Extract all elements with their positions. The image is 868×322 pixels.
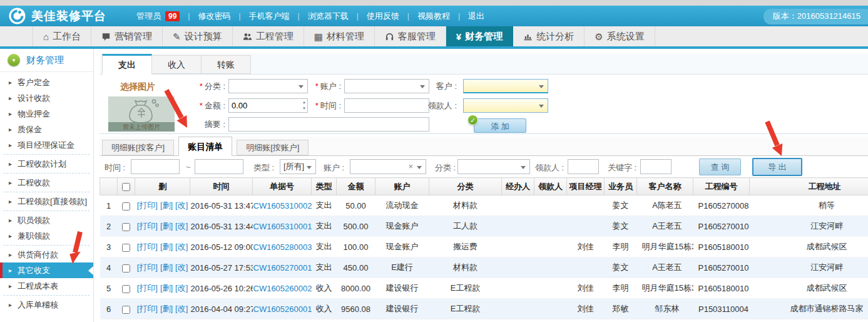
row-checkbox[interactable] [122,223,130,231]
category-filter-select[interactable] [457,159,530,174]
topbar-menu-item-3[interactable]: 浏览器下载 [308,11,349,22]
topbar-menu-item-5[interactable]: 视频教程 [417,11,450,22]
doc-number-link[interactable]: CW1605310002 [253,201,312,210]
cell-doc: CW1605280003 [253,237,312,257]
nav-tab-7[interactable]: 统计分析 [513,26,585,46]
doc-number-link[interactable]: CW1605270001 [253,263,312,273]
selected-marker [0,262,3,278]
edit-link[interactable]: [改] [175,242,188,251]
cell-salesman: 姜文 [605,195,637,216]
nav-tab-3[interactable]: 工程管理 [233,26,304,46]
delete-link[interactable]: [删] [160,304,173,313]
select-all-checkbox[interactable] [122,183,130,191]
sidebar-item-5[interactable]: 工程收款计划 [0,156,93,172]
topbar-menu-item-6[interactable]: 退出 [468,11,484,22]
doc-number-link[interactable]: CW1605310001 [253,222,312,231]
notification-badge: 99 [165,11,180,21]
edit-link[interactable]: [改] [175,304,188,313]
print-link[interactable]: [打印] [137,283,158,293]
payee-filter-input[interactable] [568,160,598,174]
entry-tab-1[interactable]: 收入 [151,55,202,74]
print-link[interactable]: [打印] [137,262,158,272]
topbar-menu-item-1[interactable]: 修改密码 [198,11,230,22]
ledger-subtab-2[interactable]: 明细账[按账户] [237,140,309,155]
delete-link[interactable]: [删] [160,221,173,231]
doc-number-link[interactable]: CW1605260002 [253,284,312,293]
sidebar-item-12[interactable]: 工程成本表 [0,278,93,294]
sidebar-item-10[interactable]: 供货商付款 [0,247,93,262]
add-button[interactable]: 添 加 [474,118,526,133]
sidebar-item-8[interactable]: 职员领款 [0,212,93,228]
menu-separator: | [357,12,359,21]
nav-tab-6[interactable]: ¥财务管理 [446,26,513,46]
type-select[interactable]: [所有] [280,159,316,174]
cell-category: 工人款 [429,216,502,237]
cell-row-number: 4 [100,257,118,278]
doc-number-link[interactable]: CW1605280003 [253,242,312,252]
edit-link[interactable]: [改] [175,283,188,293]
sidebar-item-3[interactable]: 质保金 [0,122,93,137]
date-to-input[interactable] [195,160,243,174]
row-checkbox[interactable] [122,285,130,293]
sidebar-item-1[interactable]: 设计收款 [0,90,93,106]
print-link[interactable]: [打印] [137,304,158,313]
topbar-menu-item-4[interactable]: 使用反馈 [367,11,399,22]
row-checkbox[interactable] [122,202,130,210]
nav-tab-label: 财务管理 [465,31,503,43]
payee-select[interactable] [463,98,548,113]
header-cell-11: 工程编号 [693,178,750,195]
row-checkbox[interactable] [122,244,130,252]
doc-number-link[interactable]: CW1605260001 [253,304,312,314]
delete-link[interactable]: [删] [160,262,173,272]
print-link[interactable]: [打印] [137,200,158,210]
edit-link[interactable]: [改] [175,262,188,272]
sidebar-item-9[interactable]: 兼职领款 [0,228,93,244]
print-link[interactable]: [打印] [137,242,158,251]
cell-project: P1503110004 [693,299,750,319]
nav-tab-5[interactable]: 客服管理 [375,26,446,46]
sidebar-item-11[interactable]: 其它收支 [0,262,93,278]
entry-tab-0[interactable]: 支出 [102,54,152,75]
choose-image-link[interactable]: 选择图片 [120,81,155,93]
nav-tab-2[interactable]: ✎设计预算 [163,26,233,46]
cell-manager [567,257,605,278]
cell-amount: 500.00 [337,216,375,237]
sidebar-header[interactable]: ▼ 财务管理 [0,49,93,72]
nav-tab-0[interactable]: ⌂工作台 [33,26,91,46]
cell-checkbox [118,299,135,319]
delete-link[interactable]: [删] [160,283,173,293]
row-checkbox[interactable] [122,264,130,273]
sidebar-item-13[interactable]: 入库单稽核 [0,297,93,313]
sidebar-item-7[interactable]: 工程领款[直接领款] [0,194,93,209]
cell-manager: 刘佳 [567,278,605,299]
delete-link[interactable]: [删] [160,200,173,210]
edit-link[interactable]: [改] [175,200,188,210]
nav-tab-8[interactable]: ⚙系统设置 [585,26,655,46]
ledger-subtab-0[interactable]: 明细账[按客户] [102,140,174,155]
query-button[interactable]: 查 询 [699,158,741,175]
nav-tab-4[interactable]: ▦材料管理 [304,26,375,46]
topbar-menu-item-0[interactable]: 管理员 [136,11,161,22]
date-from-input[interactable] [131,160,179,174]
summary-input[interactable] [229,118,429,131]
topbar-menu-item-2[interactable]: 手机客户端 [249,11,290,22]
cell-time: 2016-05-31 13:47 [190,195,253,216]
keyword-filter-input[interactable] [641,160,671,174]
nav-tab-1[interactable]: 营销管理 [91,26,163,46]
account-filter-select[interactable]: × [350,159,426,174]
export-button[interactable]: 导 出 [752,158,802,176]
edit-link[interactable]: [改] [175,221,188,231]
entry-tab-2[interactable]: 转账 [201,55,251,74]
delete-link[interactable]: [删] [160,242,173,251]
clear-icon[interactable]: × [408,162,413,171]
sidebar-item-6[interactable]: 工程收款 [0,175,93,190]
header-cell-index [100,178,118,195]
row-checkbox[interactable] [122,306,130,314]
sidebar-item-0[interactable]: 客户定金 [0,75,93,90]
cell-address: 稍等 [750,195,868,216]
print-link[interactable]: [打印] [137,221,158,231]
ledger-subtab-1[interactable]: 账目清单 [178,137,232,156]
sidebar-item-4[interactable]: 项目经理保证金 [0,137,93,153]
sidebar-item-2[interactable]: 物业押金 [0,106,93,122]
customer-select[interactable] [463,79,548,93]
